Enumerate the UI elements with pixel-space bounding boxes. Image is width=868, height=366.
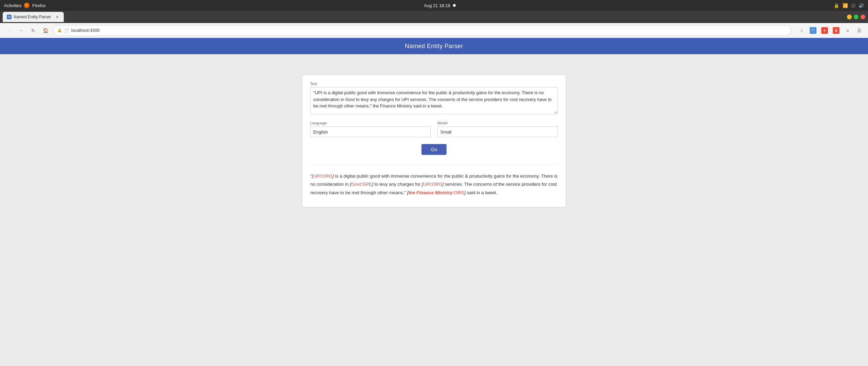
entity4-label: ORG [454, 190, 465, 195]
red-ext-icon: ● [821, 27, 828, 34]
main-content: Text "UPI is a digital public good with … [0, 54, 868, 366]
system-bar: Activities Firefox Aug 21 18:18 🔒 📶 ⬡ 🔊 [0, 0, 868, 11]
maximize-button[interactable]: □ [854, 15, 859, 19]
active-tab[interactable]: N Named Entity Parser ✕ [3, 12, 64, 22]
tray-volume-icon: 🔊 [859, 3, 864, 8]
entity3-label: ORG [432, 182, 442, 187]
tab-bar: N Named Entity Parser ✕ [3, 11, 64, 23]
ext-a-button[interactable]: A [831, 26, 841, 35]
menu-button[interactable]: ☰ [854, 26, 864, 35]
home-button[interactable]: 🏠 [41, 26, 50, 35]
a-ext-icon: A [833, 27, 840, 34]
ext-shield-button[interactable]: 🛡 [808, 26, 818, 35]
go-button[interactable]: Go [421, 144, 447, 155]
result-section: "[UPI:ORG] is a digital public good with… [310, 165, 558, 197]
address-bar[interactable]: 🔒 📄 localhost:4200 [53, 25, 791, 36]
shield-ext-icon: 🛡 [810, 27, 816, 34]
tab-close-button[interactable]: ✕ [54, 14, 60, 20]
btn-row: Go [310, 144, 558, 155]
tray-security-icon: 🔒 [834, 3, 839, 8]
text-segment-2: to levy any charges for [373, 182, 421, 187]
model-group: Model Small Medium Large [437, 121, 558, 137]
bookmark-button[interactable]: ☆ [797, 26, 806, 35]
status-dot [453, 4, 456, 7]
reload-button[interactable]: ↻ [28, 26, 38, 35]
main-card: Text "UPI is a digital public good with … [302, 75, 566, 207]
system-bar-left: Activities Firefox [4, 3, 46, 8]
minimize-button[interactable]: ─ [847, 15, 852, 19]
back-button[interactable]: ← [4, 26, 14, 35]
entity1-text: UPI [313, 174, 321, 179]
app-header: Named Entity Parser [0, 38, 868, 54]
forward-button[interactable]: → [16, 26, 26, 35]
url-display: localhost:4200 [71, 28, 100, 33]
tray-bluetooth-icon: ⬡ [851, 3, 855, 8]
page-icon: 📄 [64, 28, 69, 33]
system-bar-right: 🔒 📶 ⬡ 🔊 [834, 3, 864, 8]
extensions-button[interactable]: » [843, 26, 852, 35]
close-button[interactable]: ✕ [861, 15, 865, 19]
firefox-icon [24, 3, 29, 8]
model-label: Model [437, 121, 558, 125]
text-field-group: Text "UPI is a digital public good with … [310, 82, 558, 116]
window-controls: ─ □ ✕ [847, 15, 865, 19]
system-bar-center: Aug 21 18:18 [424, 3, 455, 8]
language-group: Language English French German Spanish I… [310, 121, 431, 137]
language-select[interactable]: English French German Spanish Italian [310, 126, 431, 137]
nav-right: ☆ 🛡 ● A » ☰ [797, 26, 864, 35]
entity2-text: Govt [351, 182, 361, 187]
language-label: Language [310, 121, 431, 125]
nav-bar: ← → ↻ 🏠 🔒 📄 localhost:4200 ☆ 🛡 ● A » ☰ [0, 23, 868, 38]
entity3-text: UPI [423, 182, 431, 187]
lock-icon: 🔒 [57, 28, 62, 33]
datetime-label: Aug 21 18:18 [424, 3, 450, 8]
selects-row: Language English French German Spanish I… [310, 121, 558, 137]
ext-red-button[interactable]: ● [820, 26, 829, 35]
model-select[interactable]: Small Medium Large [437, 126, 558, 137]
entity4-text: the Finance Ministry [408, 190, 453, 195]
entity2-label: GPE [362, 182, 372, 187]
firefox-label: Firefox [32, 3, 46, 8]
text-segment-4: said in a tweet. [466, 190, 497, 195]
tab-title: Named Entity Parser [14, 15, 51, 19]
activities-label[interactable]: Activities [4, 3, 21, 8]
result-paragraph: "[UPI:ORG] is a digital public good with… [310, 172, 558, 197]
tab-favicon: N [7, 15, 12, 19]
text-label: Text [310, 82, 558, 86]
app-title: Named Entity Parser [405, 43, 463, 50]
tray-wifi-icon: 📶 [843, 3, 848, 8]
browser-chrome: N Named Entity Parser ✕ ─ □ ✕ [0, 11, 868, 23]
entity1-label: ORG [322, 174, 333, 179]
text-input[interactable]: "UPI is a digital public good with immen… [310, 87, 558, 114]
